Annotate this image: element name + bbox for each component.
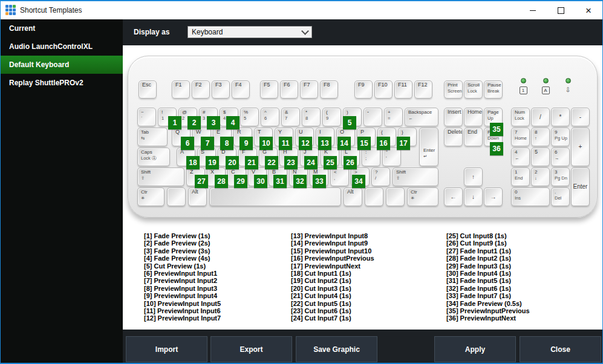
- sidebar-item-audio-launchcontrolxl[interactable]: Audio LaunchControlXL: [1, 37, 123, 56]
- legend-item: [5] Cut Preview (1s): [144, 262, 289, 270]
- maximize-button[interactable]: [547, 1, 575, 19]
- keyboard-key: 3Pg Dn: [551, 167, 570, 186]
- window-controls: ×: [519, 1, 602, 19]
- close-button[interactable]: Close: [520, 336, 601, 362]
- keyboard-key: 9Pg Up: [551, 128, 570, 146]
- keyboard-key: End: [464, 128, 483, 146]
- shortcut-badge: 27: [195, 175, 208, 188]
- legend-item: [33] Fade Input7 (1s): [446, 292, 592, 299]
- keyboard-key: ↑: [464, 167, 483, 186]
- legend-column: [25] Cut Input8 (1s)[26] Cut Input9 (1s)…: [446, 232, 592, 322]
- titlebar: Shortcut Templates ×: [1, 1, 602, 19]
- display-as-label: Display as: [134, 19, 169, 45]
- keyboard-key: F12: [414, 80, 432, 99]
- legend-item: [6] PreviewInput Input1: [144, 270, 289, 277]
- legend-item: [29] Fade Input3 (1s): [446, 262, 592, 270]
- sidebar-item-default-keyboard[interactable]: Default Keyboard: [1, 56, 123, 74]
- legend-item: [15] PreviewInput Input10: [291, 247, 436, 255]
- shortcut-badge: 11: [279, 137, 292, 150]
- keyboard-key: Esc: [139, 80, 157, 99]
- shortcut-badge: 16: [377, 137, 390, 150]
- keyboard-key: Tab⇆: [137, 128, 168, 146]
- shortcut-templates-window: Shortcut Templates × CurrentAudio Launch…: [0, 0, 603, 364]
- keyboard-key: [386, 187, 405, 206]
- keyboard-key: ?/: [371, 167, 390, 186]
- minimize-button[interactable]: [519, 1, 547, 19]
- keyboard-key: →: [484, 187, 503, 206]
- shortcut-badge: 6: [181, 137, 194, 150]
- legend-item: [9] PreviewInput Input4: [144, 292, 289, 299]
- shortcut-badge: 21: [245, 156, 258, 169]
- led-dot: [521, 78, 526, 83]
- maximize-icon: [558, 7, 564, 14]
- app-icon: [5, 5, 16, 16]
- legend-item: [34] Fade Preview (0.5s): [446, 300, 592, 307]
- led-dot: [566, 78, 571, 83]
- legend-item: [27] Fade Input1 (1s): [446, 247, 592, 255]
- sidebar: CurrentAudio LaunchControlXLDefault Keyb…: [1, 19, 123, 363]
- keyboard-key: F5: [260, 80, 278, 99]
- keyboard-key: Insert: [444, 108, 463, 126]
- keyboard-key: CapsLock Ⓐ: [137, 148, 170, 166]
- keyboard-key: PrintScreen: [444, 80, 463, 99]
- legend: [1] Fade Preview (1s)[2] Fade Preview (2…: [144, 232, 592, 326]
- sidebar-item-current[interactable]: Current: [1, 19, 123, 37]
- keyboard-key: "': [382, 148, 401, 166]
- keyboard-key: F6: [280, 80, 298, 99]
- legend-item: [18] Cut Input1 (1s): [291, 270, 436, 277]
- keyboard-key: 2↓: [531, 167, 550, 186]
- caps-lock-icon: A: [542, 86, 550, 94]
- legend-item: [35] PreviewInputPrevious: [446, 307, 592, 314]
- scroll-lock-icon: ⇩: [566, 86, 570, 94]
- keyboard-key: /: [531, 108, 550, 126]
- shortcut-badge: 10: [259, 137, 273, 150]
- keyboard-key: Alt: [344, 187, 362, 206]
- legend-item: [16] PreviewInputPrevious: [291, 255, 436, 262]
- keyboard-key: Home: [464, 108, 483, 126]
- keyboard-key: Enter↵: [419, 128, 438, 166]
- keyboard-key: :;: [362, 148, 380, 166]
- import-button[interactable]: Import: [126, 336, 207, 362]
- led-scroll-lock: ⇩: [564, 78, 572, 94]
- footer: ImportExportSave GraphicApplyClose: [123, 330, 602, 363]
- display-as-select[interactable]: Keyboard: [187, 26, 312, 38]
- shortcut-badge: 5: [343, 116, 356, 129]
- keyboard-key: Ctr✳: [137, 187, 165, 206]
- apply-button[interactable]: Apply: [434, 336, 516, 362]
- close-button[interactable]: ×: [575, 1, 602, 19]
- export-button[interactable]: Export: [210, 336, 292, 362]
- shortcut-badge: 7: [201, 137, 214, 150]
- chevron-down-icon: [301, 27, 309, 35]
- keyboard-key: F4: [232, 80, 250, 99]
- keyboard-key: -: [571, 108, 590, 126]
- legend-item: [26] Cut Input9 (1s): [446, 239, 592, 247]
- keyboard-key: 0Ins: [511, 187, 550, 206]
- keyboard-key: Delete: [444, 128, 463, 146]
- sidebar-item-replay-shuttleprov2[interactable]: Replay ShuttlePROv2: [1, 74, 123, 92]
- keyboard-key: F1: [172, 80, 190, 99]
- shortcut-badge: 15: [357, 137, 371, 150]
- legend-item: [12] PreviewInput Input7: [144, 314, 289, 322]
- num-lock-icon: 1: [520, 86, 527, 94]
- keyboard-key: F11: [394, 80, 412, 99]
- legend-item: [7] PreviewInput Input2: [144, 277, 289, 284]
- keyboard-key: [167, 187, 186, 206]
- legend-item: [1] Fade Preview (1s): [144, 232, 289, 239]
- legend-column: [1] Fade Preview (1s)[2] Fade Preview (2…: [144, 232, 289, 322]
- minimize-icon: [530, 10, 536, 11]
- legend-item: [31] Fade Input5 (1s): [446, 277, 592, 284]
- shortcut-badge: 28: [215, 175, 228, 188]
- shortcut-badge: 3: [207, 116, 220, 129]
- legend-item: [17] PreviewInputNext: [291, 262, 436, 270]
- keyboard-key: ←: [444, 187, 463, 206]
- legend-item: [13] PreviewInput Input8: [291, 232, 436, 239]
- keyboard-key: -: [363, 108, 382, 126]
- legend-item: [20] Cut Input3 (1s): [291, 285, 436, 292]
- shortcut-badge: 4: [226, 116, 240, 129]
- save-graphic-button[interactable]: Save Graphic: [296, 336, 377, 362]
- keyboard-key: *8: [302, 108, 321, 126]
- display-as-value: Keyboard: [192, 28, 302, 36]
- keyboard-key: ScrollLock: [464, 80, 483, 99]
- keyboard-key: F2: [192, 80, 210, 99]
- keyboard-key: F7: [300, 80, 318, 99]
